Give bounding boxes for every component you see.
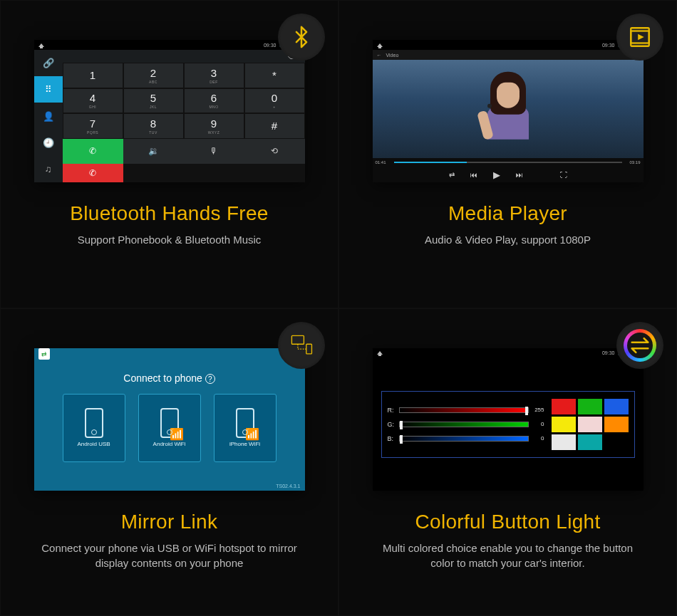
dialer-sidebar: 🔗 ⠿ 👤 🕘 ♫ [34,50,63,182]
feature-subtitle: Multi colored choice enable you to chang… [361,541,655,570]
feature-title: Mirror Link [121,511,218,533]
home-icon [377,43,383,47]
video-icon [616,14,663,61]
help-icon[interactable]: ? [205,374,215,384]
key-star[interactable]: * [244,63,305,88]
status-bar: 09:30🔊⚙◧ [373,40,644,50]
option-iphone-wifi[interactable]: 📶 iPhone WiFi [214,394,277,462]
phone-icon: 📶 [236,408,254,438]
svg-rect-2 [291,335,304,344]
status-time: 09:30 [264,43,277,48]
phone-icon [85,408,103,438]
sidebar-history-icon[interactable]: 🕘 [34,130,63,156]
key-hash[interactable]: # [244,113,305,139]
video-viewport[interactable] [373,60,644,158]
media-controls: ⇄ ⏮ ▶ ⏭ ⛶ [373,167,644,182]
key-8[interactable]: 8TUV [123,113,184,139]
slider-b[interactable]: B: 0 [388,435,544,442]
play-icon[interactable]: ▶ [493,169,500,180]
media-screenshot: 09:30🔊⚙◧ ← Video ☰ 01:41 03:19 [373,40,644,182]
feature-title: Media Player [448,202,567,225]
key-3[interactable]: 3DEF [184,63,244,88]
key-7[interactable]: 7PQRS [63,113,123,139]
status-bar: 09:30🔊⚙◧ [373,348,644,358]
back-icon[interactable]: ← [377,53,382,58]
easyconnect-icon: ⇄ [38,348,50,360]
sidebar-keypad-icon[interactable]: ⠿ [34,76,63,103]
feature-subtitle: Connect your phone via USB or WiFi hotsp… [22,541,316,570]
feature-title: Colorful Button Light [415,511,600,533]
video-thumbnail [483,72,533,140]
version-label: TS02.4.3.1 [276,484,300,489]
phone-icon: 📶 [160,408,179,438]
video-label: Video [386,53,399,58]
media-header: ← Video ☰ [373,50,644,60]
swatch[interactable] [552,417,576,432]
mirror-icon [278,322,325,369]
dialer-backspace[interactable]: ⌫ [63,50,305,63]
feature-subtitle: Audio & Video Play, support 1080P [410,232,605,247]
color-screenshot: 09:30🔊⚙◧ R: 255 G: 0 [373,348,644,491]
next-icon[interactable]: ⏭ [516,171,523,179]
slider-g[interactable]: G: 0 [388,421,544,428]
volume-button[interactable]: 🔉 [123,139,184,165]
feature-media: 09:30🔊⚙◧ ← Video ☰ 01:41 03:19 [338,0,677,308]
status-time: 09:30 [602,350,615,355]
home-icon [38,43,44,47]
color-swatches [552,399,629,450]
swatch[interactable] [578,417,602,432]
key-6[interactable]: 6MNO [184,88,244,114]
dialer-screenshot: 09:30🔊⚙◧ 🔗 ⠿ 👤 🕘 ♫ ⌫ 1 2ABC 3DEF * 4GHI [34,40,305,182]
call-button[interactable]: ✆ [63,139,123,165]
option-android-usb[interactable]: Android USB [63,394,125,462]
feature-title: Bluetooth Hands Free [70,202,268,225]
key-9[interactable]: 9WXYZ [184,113,244,139]
feature-color-light: 09:30🔊⚙◧ R: 255 G: 0 [338,308,677,617]
wifi-icon: 📶 [172,429,182,439]
refresh-button[interactable]: ⟲ [244,139,305,165]
swatch[interactable] [552,399,576,414]
mirror-heading: Connect to phone ? [34,372,305,384]
status-time: 09:30 [602,43,615,48]
swatch[interactable] [604,399,629,414]
feature-mirror: ⇄ ↶ Connect to phone ? Android USB 📶 [0,308,338,617]
progress-bar[interactable]: 01:41 03:19 [373,158,644,167]
key-4[interactable]: 4GHI [63,88,123,114]
svg-rect-3 [306,344,312,354]
sidebar-contacts-icon[interactable]: 👤 [34,103,63,129]
swatch[interactable] [604,434,629,450]
swatch[interactable] [578,399,602,414]
option-android-wifi[interactable]: 📶 Android WiFi [138,394,201,462]
key-1[interactable]: 1 [63,63,123,88]
sidebar-music-icon[interactable]: ♫ [34,156,63,182]
feature-subtitle: Support Phonebook & Bluetooth Music [63,232,276,247]
key-0[interactable]: 0+ [244,88,305,114]
key-5[interactable]: 5JKL [123,88,184,114]
bluetooth-icon [278,14,325,61]
fullscreen-icon[interactable]: ⛶ [560,171,567,179]
key-2[interactable]: 2ABC [123,63,184,88]
swatch[interactable] [578,434,602,450]
elapsed-time: 01:41 [376,160,386,165]
rgb-ring-icon [616,322,663,369]
mute-mic-button[interactable]: 🎙 [184,139,244,165]
status-bar: 09:30🔊⚙◧ [34,40,305,50]
slider-r[interactable]: R: 255 [388,407,544,414]
shuffle-icon[interactable]: ⇄ [449,171,455,179]
home-icon [377,351,383,355]
duration-time: 03:19 [629,160,640,165]
mirror-screenshot: ⇄ ↶ Connect to phone ? Android USB 📶 [34,348,305,491]
rgb-panel: R: 255 G: 0 B: 0 [381,391,635,458]
hangup-button[interactable]: ✆ [63,164,123,182]
progress-fill [394,162,467,163]
swatch[interactable] [604,417,629,432]
feature-bluetooth: 09:30🔊⚙◧ 🔗 ⠿ 👤 🕘 ♫ ⌫ 1 2ABC 3DEF * 4GHI [0,0,338,308]
sidebar-link-icon[interactable]: 🔗 [34,50,63,76]
prev-icon[interactable]: ⏮ [470,171,477,179]
wifi-icon: 📶 [247,429,257,439]
swatch[interactable] [552,434,576,450]
